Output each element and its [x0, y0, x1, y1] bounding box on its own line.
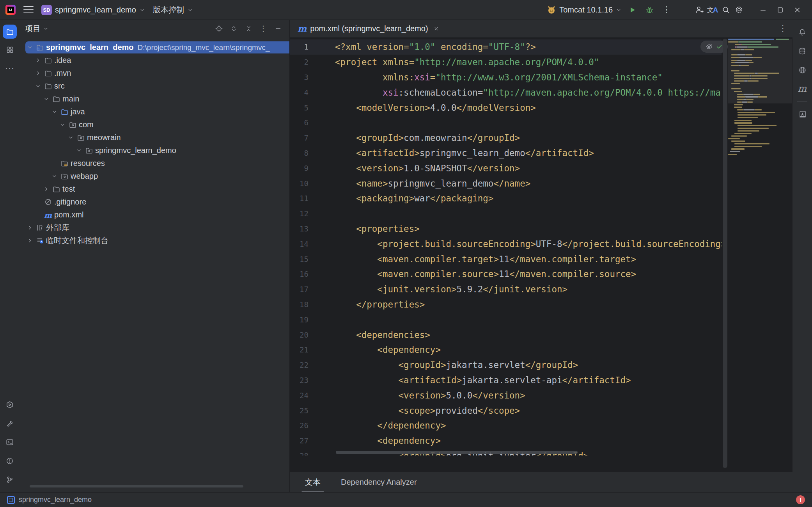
code-line[interactable]: 11 <packaging>war</packaging>: [290, 191, 722, 206]
tree-row[interactable]: .idea: [20, 54, 289, 67]
tree-row[interactable]: .gitignore: [20, 196, 289, 208]
tree-chevron-down-icon[interactable]: [25, 44, 34, 50]
tree-chevron-down-icon[interactable]: [58, 122, 67, 128]
tree-row[interactable]: 外部库: [20, 221, 289, 234]
code-line[interactable]: 3 xmlns:xsi="http://www.w3.org/2001/XMLS…: [290, 70, 722, 85]
tree-chevron-right-icon[interactable]: [41, 186, 51, 192]
vcs-widget[interactable]: 版本控制: [153, 5, 193, 15]
project-tree-hscrollbar[interactable]: [30, 485, 243, 487]
code-line[interactable]: 17 <junit.version>5.9.2</junit.version>: [290, 282, 722, 297]
tree-row[interactable]: webapp: [20, 170, 289, 183]
tree-chevron-right-icon[interactable]: [33, 57, 43, 63]
tree-chevron-down-icon[interactable]: [50, 173, 59, 179]
add-user-icon[interactable]: [693, 3, 706, 16]
code-minimap[interactable]: [728, 39, 792, 203]
endpoints-globe-icon[interactable]: [794, 62, 810, 78]
code-line[interactable]: 26 </dependency>: [290, 418, 722, 433]
status-project-widget[interactable]: springmvc_learn_demo: [7, 496, 92, 504]
database-tool-button[interactable]: [794, 43, 810, 59]
collapse-all-icon[interactable]: [243, 23, 254, 34]
error-notification-icon[interactable]: !: [796, 495, 805, 504]
tree-row[interactable]: test: [20, 183, 289, 196]
window-minimize-button[interactable]: [754, 2, 771, 18]
settings-gear-icon[interactable]: [732, 3, 746, 16]
expand-all-icon[interactable]: [228, 23, 239, 34]
services-tool-button[interactable]: [2, 397, 18, 413]
code-line[interactable]: 15 <maven.compiler.target>11</maven.comp…: [290, 251, 722, 267]
tree-chevron-down-icon[interactable]: [41, 96, 51, 102]
code-line[interactable]: 21 <dependency>: [290, 342, 722, 358]
tree-chevron-down-icon[interactable]: [74, 148, 83, 153]
problems-tool-button[interactable]: [2, 453, 18, 469]
main-menu-icon[interactable]: [23, 6, 34, 13]
tree-row[interactable]: mpom.xml: [20, 208, 289, 221]
code-line[interactable]: 19: [290, 312, 722, 327]
notifications-bell-icon[interactable]: [794, 25, 810, 40]
code-line[interactable]: 24 <version>5.0.0</version>: [290, 388, 722, 403]
code-line[interactable]: 14 <project.build.sourceEncoding>UTF-8</…: [290, 236, 722, 251]
editor-options-icon[interactable]: ⋮: [778, 23, 787, 34]
code-line[interactable]: 25 <scope>provided</scope>: [290, 403, 722, 418]
code-line[interactable]: 12: [290, 206, 722, 221]
maven-tool-button[interactable]: m: [794, 81, 810, 96]
editor-horizontal-scrollbar[interactable]: [336, 451, 578, 454]
code-editor[interactable]: 1<?xml version="1.0" encoding="UTF-8"?>2…: [290, 37, 792, 472]
code-line[interactable]: 1<?xml version="1.0" encoding="UTF-8"?>: [290, 39, 722, 55]
code-line[interactable]: 27 <dependency>: [290, 433, 722, 448]
debug-button[interactable]: [643, 3, 656, 16]
hide-panel-icon[interactable]: [272, 23, 284, 34]
tab-dependency-analyzer[interactable]: Dependency Analyzer: [341, 478, 417, 487]
tree-row[interactable]: springmvc_learn_demoD:\project\spring_mv…: [20, 41, 289, 54]
code-line[interactable]: 2<project xmlns="http://maven.apache.org…: [290, 55, 722, 70]
translate-icon[interactable]: 文A: [706, 3, 719, 16]
project-tool-button[interactable]: [3, 25, 17, 39]
search-icon[interactable]: [719, 3, 732, 16]
tree-row[interactable]: com: [20, 118, 289, 131]
build-tool-button[interactable]: [2, 416, 18, 431]
tree-row[interactable]: java: [20, 105, 289, 118]
code-line[interactable]: 13 <properties>: [290, 221, 722, 237]
code-line[interactable]: 4 xsi:schemaLocation="http://maven.apach…: [290, 85, 722, 100]
project-panel-title-dropdown[interactable]: 项目: [25, 23, 49, 34]
tree-row[interactable]: src: [20, 80, 289, 93]
code-line[interactable]: 8 <artifactId>springmvc_learn_demo</arti…: [290, 146, 722, 161]
tree-chevron-down-icon[interactable]: [66, 135, 75, 141]
tree-row[interactable]: springmvc_learn_demo: [20, 144, 289, 157]
window-close-button[interactable]: [789, 2, 806, 18]
window-maximize-button[interactable]: [771, 2, 789, 18]
documentation-tool-button[interactable]: [794, 106, 810, 122]
locate-file-icon[interactable]: [213, 23, 225, 34]
tree-row[interactable]: main: [20, 93, 289, 105]
tree-chevron-right-icon[interactable]: [25, 238, 34, 244]
code-line[interactable]: 23 <artifactId>jakarta.servlet-api</arti…: [290, 373, 722, 388]
code-line[interactable]: 18 </properties>: [290, 297, 722, 312]
tree-chevron-right-icon[interactable]: [33, 70, 43, 76]
code-line[interactable]: 22 <groupId>jakarta.servlet</groupId>: [290, 358, 722, 373]
editor-vertical-scrollbar[interactable]: [723, 39, 727, 468]
editor-tab-pom-xml[interactable]: m pom.xml (springmvc_learn_demo): [290, 20, 445, 37]
code-line[interactable]: 20 <dependencies>: [290, 327, 722, 342]
project-widget[interactable]: SD springmvc_learn_demo: [41, 5, 145, 15]
code-line[interactable]: 16 <maven.compiler.source>11</maven.comp…: [290, 267, 722, 282]
close-tab-icon[interactable]: [433, 26, 439, 32]
tree-chevron-down-icon[interactable]: [50, 109, 59, 115]
tree-chevron-right-icon[interactable]: [25, 225, 34, 231]
panel-options-icon[interactable]: ⋮: [257, 23, 269, 34]
tree-row[interactable]: .mvn: [20, 67, 289, 80]
more-tool-windows-icon[interactable]: ⋯: [2, 60, 18, 76]
terminal-tool-button[interactable]: [2, 434, 18, 450]
more-actions-icon[interactable]: ⋮: [660, 3, 673, 16]
tab-text-view[interactable]: 文本: [305, 477, 321, 487]
code-line[interactable]: 6: [290, 115, 722, 130]
tree-row[interactable]: meowrain: [20, 131, 289, 144]
tree-row[interactable]: 临时文件和控制台: [20, 234, 289, 247]
git-tool-button[interactable]: [2, 472, 18, 487]
structure-tool-button[interactable]: [2, 42, 18, 57]
tree-chevron-down-icon[interactable]: [33, 83, 43, 89]
code-line[interactable]: 10 <name>springmvc_learn_demo</name>: [290, 176, 722, 191]
tree-row[interactable]: resources: [20, 157, 289, 170]
run-configuration-widget[interactable]: Tomcat 10.1.16: [547, 5, 622, 14]
code-line[interactable]: 5 <modelVersion>4.0.0</modelVersion>: [290, 100, 722, 115]
code-line[interactable]: 9 <version>1.0-SNAPSHOT</version>: [290, 160, 722, 176]
code-line[interactable]: 7 <groupId>com.meowrain</groupId>: [290, 130, 722, 146]
